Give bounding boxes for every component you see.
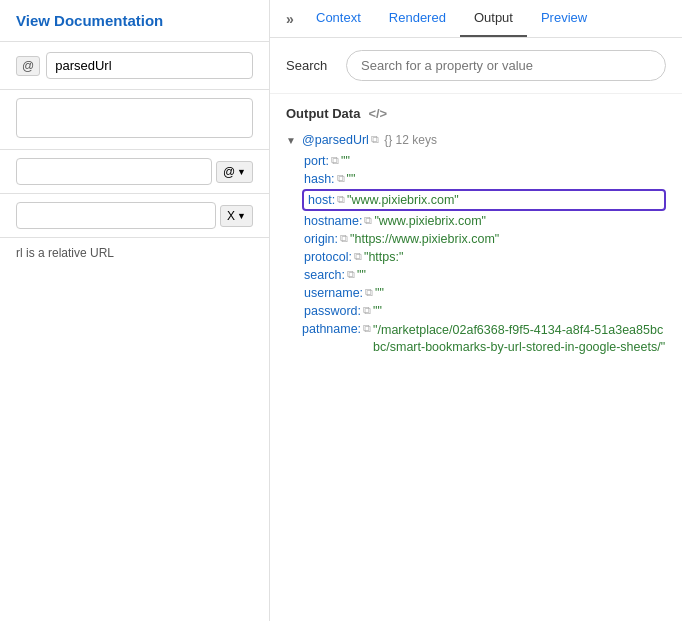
tree-toggle-root[interactable]: ▼ [286,131,302,148]
tabs-bar: » Context Rendered Output Preview [270,0,682,38]
output-section: Output Data </> ▼ @parsedUrl ⧉ {} 12 key… [270,94,682,621]
code-icon[interactable]: </> [368,106,387,121]
value-hash: "" [347,172,356,186]
x-dropdown-input[interactable] [16,202,216,229]
key-search: search: [304,268,345,282]
root-key: @parsedUrl [302,131,369,150]
tab-rendered[interactable]: Rendered [375,0,460,37]
value-port: "" [341,154,350,168]
tree-children: port: ⧉ "" hash: ⧉ "" host: ⧉ "www.pixie… [302,152,666,359]
tree-root: ▼ @parsedUrl ⧉ {} 12 keys [286,129,666,152]
search-row: Search [270,38,682,94]
copy-hostname[interactable]: ⧉ [364,214,372,227]
at-dropdown-trigger[interactable]: @ ▼ [216,161,253,183]
hint-text: rl is a relative URL [0,238,269,268]
tree-row-search: search: ⧉ "" [302,266,666,284]
copy-host[interactable]: ⧉ [337,193,345,206]
search-label: Search [286,58,334,73]
copy-hash[interactable]: ⧉ [337,172,345,185]
tree-row-hash: hash: ⧉ "" [302,170,666,188]
view-documentation-section: View Documentation [0,0,269,42]
tree-row-origin: origin: ⧉ "https://www.pixiebrix.com" [302,230,666,248]
left-panel: View Documentation @ @ ▼ X ▼ rl is a rel… [0,0,270,621]
key-hostname: hostname: [304,214,362,228]
tab-output[interactable]: Output [460,0,527,37]
value-protocol: "https:" [364,250,403,264]
x-dropdown-row: X ▼ [0,194,269,238]
key-pathname: pathname: [302,322,361,336]
tree-row-protocol: protocol: ⧉ "https:" [302,248,666,266]
copy-origin[interactable]: ⧉ [340,232,348,245]
tab-context[interactable]: Context [302,0,375,37]
output-heading: Output Data </> [286,98,666,129]
value-hostname: "www.pixiebrix.com" [374,214,486,228]
at-dropdown-label: @ [223,165,235,179]
tab-preview[interactable]: Preview [527,0,601,37]
value-host: "www.pixiebrix.com" [347,193,459,207]
key-password: password: [304,304,361,318]
copy-pathname[interactable]: ⧉ [363,322,371,335]
root-type: {} [381,131,396,149]
x-dropdown-trigger[interactable]: X ▼ [220,205,253,227]
at-chevron-down-icon: ▼ [237,167,246,177]
value-password: "" [373,304,382,318]
search-input[interactable] [346,50,666,81]
value-username: "" [375,286,384,300]
root-copy-icon[interactable]: ⧉ [371,131,379,148]
copy-password[interactable]: ⧉ [363,304,371,317]
tree-row-password: password: ⧉ "" [302,302,666,320]
tree-row-username: username: ⧉ "" [302,284,666,302]
value-search: "" [357,268,366,282]
key-protocol: protocol: [304,250,352,264]
parsedurl-input[interactable] [46,52,253,79]
dropdown-row: @ ▼ [0,150,269,194]
value-pathname: "/marketplace/02af6368-f9f5-4134-a8f4-51… [373,322,666,357]
key-hash: hash: [304,172,335,186]
key-host: host: [308,193,335,207]
key-port: port: [304,154,329,168]
copy-search[interactable]: ⧉ [347,268,355,281]
textarea-row [0,90,269,150]
key-origin: origin: [304,232,338,246]
view-documentation-link[interactable]: View Documentation [16,12,163,29]
value-origin: "https://www.pixiebrix.com" [350,232,499,246]
text-area-field[interactable] [16,98,253,138]
tree-row-host: host: ⧉ "www.pixiebrix.com" [302,189,666,211]
at-badge: @ [16,56,40,76]
tree-row-port: port: ⧉ "" [302,152,666,170]
key-username: username: [304,286,363,300]
dropdown-input[interactable] [16,158,212,185]
tree-row-pathname: pathname: ⧉ "/marketplace/02af6368-f9f5-… [302,320,666,359]
copy-username[interactable]: ⧉ [365,286,373,299]
x-chevron-down-icon: ▼ [237,211,246,221]
copy-port[interactable]: ⧉ [331,154,339,167]
expand-icon[interactable]: » [278,1,302,37]
copy-protocol[interactable]: ⧉ [354,250,362,263]
right-panel: » Context Rendered Output Preview Search… [270,0,682,621]
x-dropdown-label: X [227,209,235,223]
tree-row-hostname: hostname: ⧉ "www.pixiebrix.com" [302,212,666,230]
parsedurl-input-row: @ [0,42,269,90]
root-count: 12 keys [396,131,437,149]
